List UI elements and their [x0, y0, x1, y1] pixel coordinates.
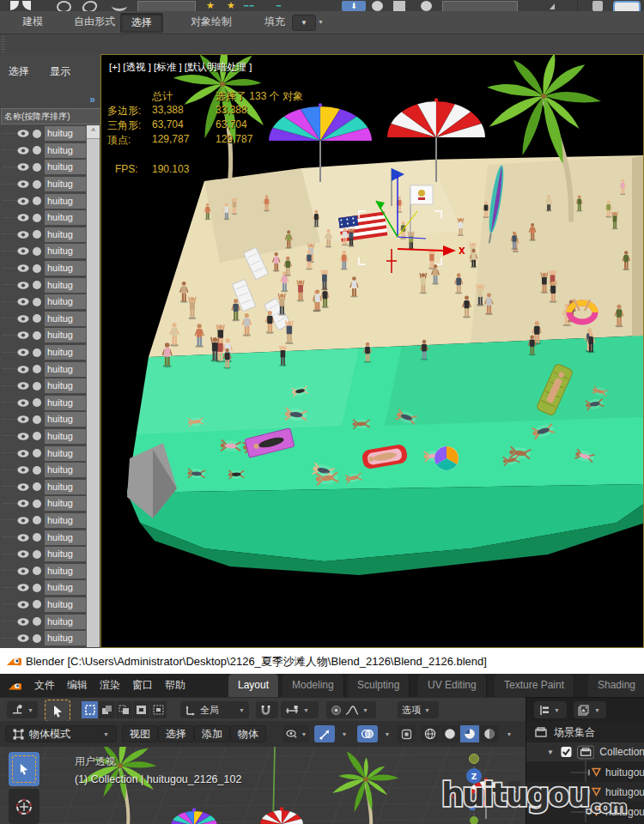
frozen-dot-icon[interactable] — [33, 230, 41, 239]
snap-target-dropdown[interactable]: ▼ — [281, 701, 319, 718]
blender-menu-2[interactable]: 编辑 — [62, 674, 93, 697]
object-name[interactable]: huitug — [45, 194, 86, 209]
spinner-arrow-icon[interactable] — [550, 3, 555, 9]
frozen-dot-icon[interactable] — [33, 382, 41, 391]
frozen-dot-icon[interactable] — [33, 398, 41, 407]
scrollbar-up-arrow[interactable]: ^ — [87, 125, 100, 139]
select-mode-invert-button[interactable] — [133, 701, 149, 718]
object-name[interactable]: huitug — [45, 328, 86, 342]
redo-icon[interactable] — [22, 1, 31, 10]
show-overlays-toggle[interactable] — [357, 725, 378, 742]
toolbar-select-box-button[interactable] — [9, 752, 39, 786]
scene-collection-row[interactable]: 场景集合 — [526, 724, 644, 741]
max-viewport[interactable]: X [+] [透视 ] [标准 ] [默认明暗处理 ] 总计选择了 133 个 … — [100, 54, 644, 648]
unlink-icon[interactable] — [82, 1, 99, 11]
frozen-dot-icon[interactable] — [33, 516, 41, 524]
frozen-dot-icon[interactable] — [33, 146, 41, 154]
frozen-dot-icon[interactable] — [33, 314, 41, 323]
frozen-dot-icon[interactable] — [33, 365, 41, 373]
collection-row[interactable]: ▼ Collection — [526, 742, 644, 761]
tab-display[interactable]: 显示 — [50, 64, 70, 79]
workspace-tab-texture-paint[interactable]: Texture Paint — [495, 674, 574, 697]
show-gizmo-selectability-dropdown[interactable]: ▼ — [283, 725, 309, 742]
visibility-eye-icon[interactable] — [17, 366, 29, 373]
visibility-eye-icon[interactable] — [17, 197, 29, 205]
outliner-collapse-arrow[interactable]: < — [508, 781, 520, 800]
object-list-row[interactable]: huitug — [1, 243, 86, 260]
overlays-dropdown-arrow[interactable]: ▼ — [379, 725, 392, 742]
transform-orientation-dropdown[interactable]: 全局 ▼ — [180, 701, 249, 718]
mode-dropdown[interactable]: 物体模式 ▼ — [5, 725, 117, 742]
object-list-row[interactable]: huitug — [1, 327, 86, 344]
object-list-row[interactable]: huitug — [1, 630, 86, 647]
ribbon-grip[interactable] — [1, 36, 5, 52]
scale-button[interactable] — [393, 1, 405, 11]
frozen-dot-icon[interactable] — [33, 130, 41, 138]
frozen-dot-icon[interactable] — [33, 180, 41, 189]
object-list-row[interactable]: huitug — [1, 529, 86, 546]
object-list-row[interactable]: huitug — [1, 227, 86, 244]
proportional-editing-dropdown[interactable]: ▼ — [326, 701, 376, 718]
workspace-tab-modeling[interactable]: Modeling — [283, 674, 344, 697]
frozen-dot-icon[interactable] — [33, 163, 41, 172]
visibility-eye-icon[interactable] — [17, 601, 29, 609]
object-name[interactable]: huitug — [45, 227, 86, 242]
visibility-eye-icon[interactable] — [17, 618, 29, 626]
frozen-dot-icon[interactable] — [33, 600, 41, 609]
visibility-eye-icon[interactable] — [17, 180, 29, 188]
object-list-row[interactable]: huitug — [1, 445, 86, 462]
object-list-row[interactable]: huitug — [1, 378, 86, 395]
frozen-dot-icon[interactable] — [33, 566, 41, 575]
object-list-row[interactable]: huitug — [1, 209, 86, 227]
selection-filter-field[interactable] — [137, 1, 196, 11]
visibility-eye-icon[interactable] — [17, 214, 29, 221]
frozen-dot-icon[interactable] — [33, 533, 41, 542]
blender-menu-5[interactable]: 帮助 — [160, 674, 191, 697]
visibility-eye-icon[interactable] — [17, 433, 29, 440]
object-name[interactable]: huitug — [45, 631, 86, 645]
object-name[interactable]: huitug — [45, 580, 86, 595]
object-list-row[interactable]: huitug — [1, 395, 86, 412]
object-name[interactable]: huitug — [45, 312, 86, 326]
object-name[interactable]: huitug — [45, 379, 86, 393]
object-list-row[interactable]: huitug — [1, 411, 86, 428]
object-list-row[interactable]: huitug — [1, 276, 86, 294]
visibility-eye-icon[interactable] — [17, 315, 29, 323]
object-name[interactable]: huitug — [45, 513, 86, 528]
visibility-eye-icon[interactable] — [17, 130, 29, 137]
ribbon-show-panels-button[interactable]: ▼ — [292, 15, 316, 31]
blender-titlebar[interactable]: Blender [C:\Users\Administrator\Desktop\… — [0, 648, 644, 674]
shading-solid-button[interactable] — [440, 725, 459, 742]
tool-dropdown-button[interactable]: ▼ — [7, 701, 38, 718]
snap-toggle-button[interactable] — [256, 701, 278, 718]
object-list-row[interactable]: huitug — [1, 260, 86, 277]
list-sort-header[interactable]: 名称(按降序排序) — [1, 108, 101, 124]
visibility-eye-icon[interactable] — [17, 466, 29, 474]
frozen-dot-icon[interactable] — [33, 617, 41, 626]
object-name[interactable]: huitug — [45, 278, 86, 293]
visibility-eye-icon[interactable] — [17, 399, 29, 407]
select-mode-subtract-button[interactable] — [116, 701, 132, 718]
visibility-eye-icon[interactable] — [17, 163, 29, 171]
frozen-dot-icon[interactable] — [33, 415, 41, 424]
visibility-eye-icon[interactable] — [17, 517, 29, 524]
select-mode-extend-button[interactable] — [99, 701, 115, 718]
toolbar-cursor-tool-button[interactable] — [9, 789, 39, 824]
object-name[interactable]: huitug — [45, 429, 86, 444]
visibility-eye-icon[interactable] — [17, 147, 29, 154]
object-list-row[interactable]: huitug — [1, 294, 86, 311]
frozen-dot-icon[interactable] — [33, 197, 41, 205]
frozen-dot-icon[interactable] — [33, 348, 41, 357]
visibility-eye-icon[interactable] — [17, 382, 29, 390]
star-icon[interactable]: ★ — [206, 1, 215, 10]
star-icon[interactable]: ★ — [227, 1, 235, 10]
gizmos-dropdown-arrow[interactable]: ▼ — [336, 725, 349, 742]
object-list-row[interactable]: huitug — [1, 478, 86, 495]
blender-viewport[interactable]: Z 用户透视 (1) Collection | huitugou_2126_10… — [0, 747, 526, 824]
visibility-eye-icon[interactable] — [17, 500, 29, 507]
reference-field[interactable] — [442, 1, 518, 11]
frozen-dot-icon[interactable] — [33, 584, 41, 592]
object-list-row[interactable]: huitug — [1, 428, 86, 445]
show-gizmos-toggle[interactable] — [314, 725, 335, 742]
bind-icon[interactable] — [112, 1, 127, 11]
